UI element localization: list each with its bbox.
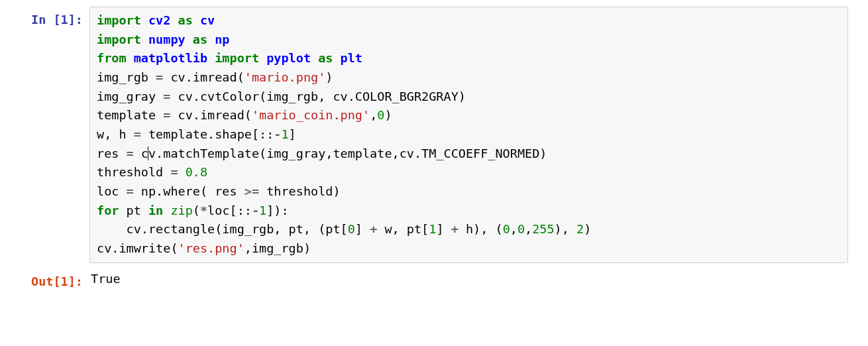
- output-prompt-col: Out[1]:: [0, 268, 89, 292]
- output-text: True: [91, 270, 861, 289]
- code-block[interactable]: import cv2 as cv import numpy as np from…: [97, 11, 841, 259]
- input-prompt-col: In [1]:: [0, 7, 89, 30]
- input-cell: In [1]: import cv2 as cv import numpy as…: [0, 7, 868, 263]
- code-editor[interactable]: import cv2 as cv import numpy as np from…: [89, 7, 848, 263]
- output-cell: Out[1]: True: [0, 268, 868, 293]
- notebook: In [1]: import cv2 as cv import numpy as…: [0, 0, 868, 311]
- output-prompt-label: Out[1]:: [31, 274, 83, 288]
- input-prompt-label: In [1]:: [31, 13, 83, 27]
- output-area: True: [89, 268, 868, 293]
